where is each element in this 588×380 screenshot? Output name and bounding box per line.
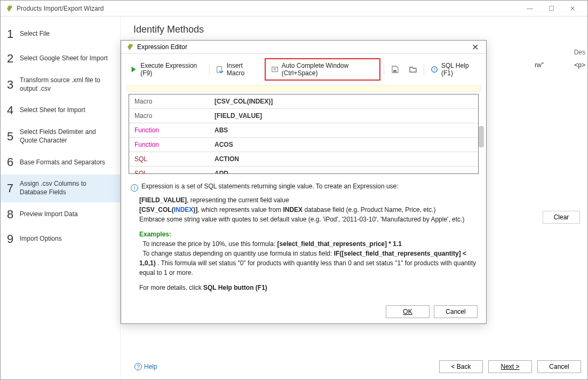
next-button[interactable]: Next > — [488, 360, 532, 373]
page-heading: Identify Methods — [121, 17, 587, 39]
expression-editor-dialog: Expression Editor ✕ Execute Expression (… — [121, 40, 487, 324]
autocomplete-row[interactable]: Macro[FIELD_VALUE] — [129, 108, 478, 123]
editor-cancel-button[interactable]: Cancel — [434, 305, 478, 318]
editor-ok-button[interactable]: OK — [386, 305, 430, 318]
step-8[interactable]: 8Preview Import Data — [1, 202, 120, 227]
step-5[interactable]: 5Select Fields Delimiter and Quote Chara… — [1, 123, 120, 150]
autocomplete-icon — [271, 65, 279, 74]
autocomplete-row[interactable]: SQLACTION — [129, 152, 478, 166]
insert-macro-button[interactable]: Insert Macro — [213, 60, 261, 78]
step-6[interactable]: 6Base Formats and Separators — [1, 150, 120, 175]
folder-open-icon — [409, 65, 417, 74]
step-4[interactable]: 4Select Sheet for Import — [1, 98, 120, 123]
editor-button-row: OK Cancel — [121, 300, 486, 323]
svg-text:?: ? — [433, 67, 436, 72]
step-9[interactable]: 9Import Options — [1, 227, 120, 251]
svg-rect-2 — [393, 70, 396, 72]
close-icon[interactable]: ✕ — [562, 2, 583, 15]
help-link[interactable]: ? Help — [134, 363, 157, 370]
autocomplete-row[interactable]: SQLADD — [129, 166, 478, 174]
back-button[interactable]: < Back — [439, 360, 483, 373]
titlebar: Products Import/Export Wizard — ☐ ✕ — [1, 1, 587, 17]
editor-app-icon — [125, 43, 134, 51]
editor-toolbar: Execute Expression (F9) Insert Macro Aut… — [121, 54, 486, 85]
save-button-icon-only[interactable] — [387, 64, 402, 75]
editor-titlebar: Expression Editor ✕ — [121, 41, 486, 54]
autocomplete-button-highlighted: Auto Complete Window (Ctrl+Space) — [265, 58, 380, 81]
autocomplete-row[interactable]: FunctionABS — [129, 123, 478, 137]
editor-input-strip[interactable] — [126, 85, 481, 91]
step-1[interactable]: 1Select File — [1, 22, 120, 46]
app-icon — [5, 4, 13, 13]
step-3[interactable]: 3Transform source .xml file to output .c… — [1, 71, 120, 98]
svg-rect-0 — [217, 67, 221, 73]
editor-title-text: Expression Editor — [137, 43, 187, 51]
help-circle-icon: ? — [431, 65, 438, 74]
editor-close-icon[interactable]: ✕ — [468, 42, 482, 52]
wizard-sidebar: 1Select File 2Select Google Sheet for Im… — [1, 17, 121, 379]
cancel-button[interactable]: Cancel — [537, 360, 581, 373]
autocomplete-window-button[interactable]: Auto Complete Window (Ctrl+Space) — [268, 60, 377, 78]
wizard-footer: ? Help < Back Next > Cancel — [121, 354, 587, 379]
editor-scrollbar[interactable] — [479, 126, 485, 217]
background-table-fragment: Des rw" <p> — [535, 49, 585, 69]
minimize-icon[interactable]: — — [519, 2, 541, 15]
save-icon — [391, 65, 399, 74]
clear-button[interactable]: Clear — [543, 211, 580, 224]
maximize-icon[interactable]: ☐ — [541, 2, 562, 15]
step-7[interactable]: 7Assign .csv Columns to Database Fields — [1, 175, 120, 202]
svg-rect-1 — [272, 67, 277, 72]
autocomplete-list: Macro[CSV_COL(INDEX)] Macro[FIELD_VALUE]… — [129, 94, 479, 174]
autocomplete-row[interactable]: Macro[CSV_COL(INDEX)] — [129, 94, 478, 109]
help-icon: ? — [134, 363, 142, 370]
execute-expression-button[interactable]: Execute Expression (F9) — [126, 60, 206, 78]
insert-macro-icon — [216, 65, 224, 74]
wizard-window: Products Import/Export Wizard — ☐ ✕ 1Sel… — [0, 0, 588, 380]
open-button-icon-only[interactable] — [406, 64, 420, 75]
info-icon: i — [131, 184, 138, 192]
play-icon — [130, 65, 137, 74]
autocomplete-row[interactable]: FunctionACOS — [129, 137, 478, 152]
step-2[interactable]: 2Select Google Sheet for Import — [1, 46, 120, 71]
window-title: Products Import/Export Wizard — [17, 5, 104, 12]
sql-help-button[interactable]: ? SQL Help (F1) — [427, 60, 481, 78]
expression-help-text: iExpression is a set of SQL statements r… — [121, 174, 486, 300]
